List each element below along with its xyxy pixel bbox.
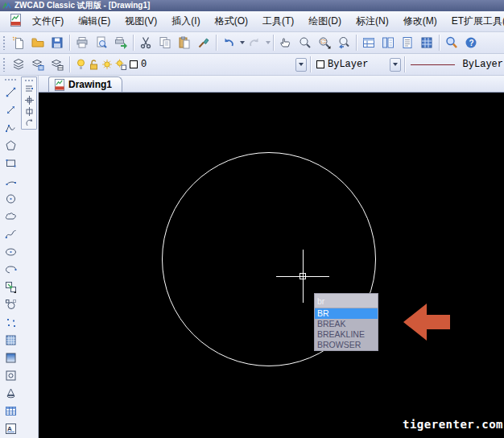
paste-button[interactable] (175, 33, 194, 52)
main-area: A (0, 76, 504, 438)
mini-tool-button-1[interactable] (23, 83, 35, 94)
layer-combo-dropdown-button[interactable] (295, 58, 307, 72)
autocomplete-option[interactable]: BREAK (315, 319, 378, 329)
toolbar-grip[interactable] (2, 35, 6, 50)
print-preview-button[interactable] (92, 33, 111, 52)
autocomplete-option[interactable]: BR (315, 308, 378, 319)
new-button[interactable] (9, 33, 28, 52)
design-center-button[interactable] (359, 33, 378, 52)
menu-dimension[interactable]: 标注(N) (349, 11, 396, 31)
insert-block-button[interactable] (2, 278, 19, 295)
mtext-icon: A (5, 423, 17, 435)
help-button[interactable]: ? (461, 33, 481, 52)
command-input[interactable]: br (315, 294, 378, 308)
tab-label: Drawing1 (68, 79, 112, 90)
layer-states-button[interactable] (28, 55, 48, 74)
unlock-icon (89, 59, 99, 70)
find-button[interactable] (442, 33, 461, 52)
zoom-realtime-button[interactable] (295, 33, 315, 52)
copy-button[interactable] (155, 33, 175, 52)
pan-button[interactable] (276, 33, 295, 52)
undo-button[interactable] (219, 33, 238, 52)
hatch-button[interactable] (2, 331, 19, 349)
polygon-button[interactable] (2, 136, 19, 154)
separator (439, 35, 440, 51)
chevron-down-icon (393, 63, 398, 66)
region-button[interactable] (2, 366, 19, 384)
autocomplete-option[interactable]: BREAKLINE (315, 329, 378, 340)
zoom-previous-button[interactable] (334, 33, 353, 52)
toolbar-grip[interactable] (2, 57, 6, 72)
point-button[interactable] (2, 313, 19, 331)
line-button[interactable] (2, 83, 19, 101)
ellipse-arc-button[interactable] (2, 260, 19, 278)
ellipse-arc-icon (5, 263, 17, 275)
make-block-button[interactable] (2, 295, 19, 313)
mini-tool-button-3[interactable] (23, 105, 35, 117)
toolbar-grip[interactable] (4, 78, 17, 81)
color-combo[interactable]: ByLayer (313, 56, 402, 72)
copy-icon (159, 36, 171, 49)
bulb-on-icon (76, 59, 86, 70)
menu-modify[interactable]: 修改(M) (396, 11, 444, 31)
tool-palettes-button[interactable] (378, 33, 398, 52)
cut-icon (139, 36, 152, 49)
menu-view[interactable]: 视图(V) (118, 11, 164, 31)
open-button[interactable] (28, 33, 48, 52)
publish-button[interactable] (111, 33, 130, 52)
properties-button[interactable] (398, 33, 417, 52)
layer-tools-button[interactable] (48, 55, 67, 74)
toolbar-grip[interactable] (24, 79, 34, 82)
revision-cloud-button[interactable] (2, 207, 19, 225)
redo-dropdown-caret[interactable] (266, 41, 271, 44)
spline-button[interactable] (2, 225, 19, 242)
properties-icon (401, 36, 414, 49)
menu-et-tools[interactable]: ET扩展工具(X) (444, 11, 504, 31)
tab-drawing1[interactable]: Drawing1 (48, 76, 122, 92)
table-button[interactable] (2, 402, 19, 419)
zoom-window-button[interactable] (315, 33, 334, 52)
arc-icon (5, 175, 17, 187)
polygon-icon (5, 139, 17, 151)
window-title: ZWCAD Classic 试用版 - [Drawing1] (14, 0, 150, 11)
mini-tool-icon-3 (25, 107, 34, 116)
gradient-button[interactable] (2, 349, 19, 366)
circle-button[interactable] (2, 189, 19, 207)
quick-calc-button[interactable] (417, 33, 436, 52)
mini-tool-button-2[interactable] (23, 94, 35, 105)
quick-calc-icon (420, 36, 433, 49)
autocomplete-option[interactable]: BROWSER (315, 340, 378, 350)
draw-toolbar: A (0, 76, 39, 438)
separator (69, 35, 70, 51)
cone-button[interactable] (2, 384, 19, 402)
gradient-icon (5, 352, 17, 364)
drawing-canvas[interactable]: br BR BREAK BREAKLINE BROWSER tigerenter… (39, 93, 504, 438)
construction-line-button[interactable] (2, 101, 19, 118)
separator (216, 35, 217, 51)
menu-tools[interactable]: 工具(T) (255, 11, 301, 31)
ellipse-button[interactable] (2, 242, 19, 260)
menu-edit[interactable]: 编辑(E) (71, 11, 118, 31)
line-icon (5, 86, 17, 98)
layer-properties-button[interactable] (9, 55, 28, 74)
spline-icon (5, 228, 17, 240)
rectangle-button[interactable] (2, 154, 19, 171)
layer-combo[interactable]: 0 (72, 56, 308, 72)
cut-button[interactable] (136, 33, 155, 52)
mtext-button[interactable]: A (2, 419, 19, 437)
linetype-combo[interactable]: ByLayer (407, 56, 504, 72)
color-combo-dropdown-button[interactable] (390, 58, 401, 72)
match-properties-button[interactable] (194, 33, 213, 52)
save-button[interactable] (48, 33, 67, 52)
print-button[interactable] (72, 33, 92, 52)
mini-tool-button-4[interactable] (23, 117, 35, 128)
svg-text:A: A (7, 424, 12, 432)
menu-format[interactable]: 格式(O) (208, 11, 255, 31)
menu-draw[interactable]: 绘图(D) (301, 11, 349, 31)
arc-button[interactable] (2, 171, 19, 189)
polyline-button[interactable] (2, 118, 19, 136)
redo-button[interactable] (245, 33, 264, 52)
menu-insert[interactable]: 插入(I) (164, 11, 207, 31)
watermark-text: tigerenter.com (403, 418, 503, 431)
menu-file[interactable]: 文件(F) (25, 11, 71, 31)
